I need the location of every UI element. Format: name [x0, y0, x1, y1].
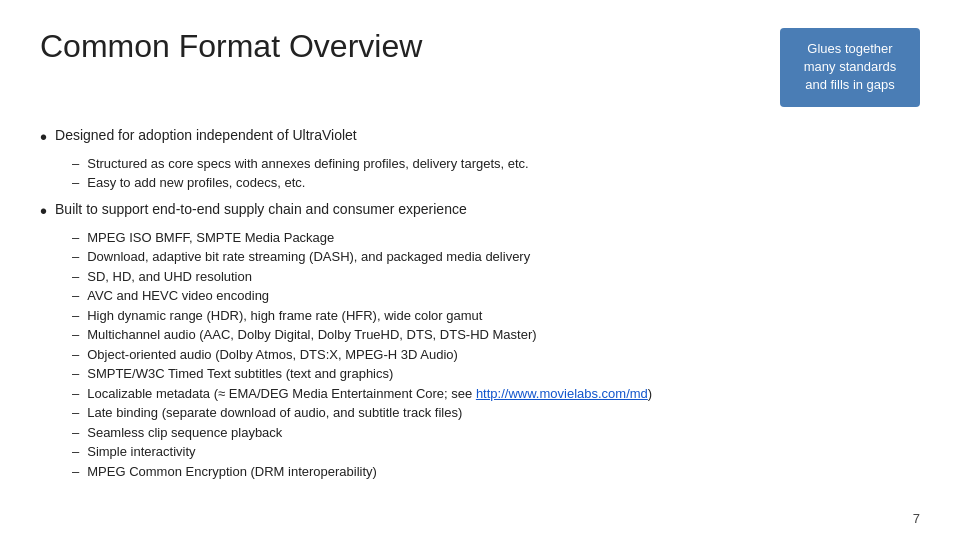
- dash-icon: –: [72, 423, 79, 443]
- dash-icon: –: [72, 306, 79, 326]
- list-item: – Seamless clip sequence playback: [72, 423, 920, 443]
- list-item: – MPEG ISO BMFF, SMPTE Media Package: [72, 228, 920, 248]
- list-item: – Localizable metadata (≈ EMA/DEG Media …: [72, 384, 920, 404]
- list-item: – Download, adaptive bit rate streaming …: [72, 247, 920, 267]
- bullet-2-dot: •: [40, 199, 47, 223]
- page-title: Common Format Overview: [40, 28, 422, 65]
- bullet-2-subs: – MPEG ISO BMFF, SMPTE Media Package – D…: [72, 228, 920, 482]
- dash-icon: –: [72, 403, 79, 423]
- dash-icon: –: [72, 173, 79, 193]
- dash-icon: –: [72, 228, 79, 248]
- list-item: – SD, HD, and UHD resolution: [72, 267, 920, 287]
- bullet-2-text: Built to support end-to-end supply chain…: [55, 199, 467, 221]
- dash-icon: –: [72, 247, 79, 267]
- list-item: – Multichannel audio (AAC, Dolby Digital…: [72, 325, 920, 345]
- movielabs-link[interactable]: http://www.movielabs.com/md: [476, 386, 648, 401]
- dash-icon: –: [72, 364, 79, 384]
- dash-icon: –: [72, 267, 79, 287]
- dash-icon: –: [72, 345, 79, 365]
- localizable-meta-text: Localizable metadata (≈ EMA/DEG Media En…: [87, 384, 652, 404]
- bullet-1-main: • Designed for adoption independent of U…: [40, 125, 920, 149]
- dash-icon: –: [72, 462, 79, 482]
- list-item: – Simple interactivity: [72, 442, 920, 462]
- list-item: – Structured as core specs with annexes …: [72, 154, 920, 174]
- slide: Common Format Overview Glues together ma…: [0, 0, 960, 540]
- bullet-1-dot: •: [40, 125, 47, 149]
- bullet-1-text: Designed for adoption independent of Ult…: [55, 125, 357, 147]
- list-item: – MPEG Common Encryption (DRM interopera…: [72, 462, 920, 482]
- list-item: – SMPTE/W3C Timed Text subtitles (text a…: [72, 364, 920, 384]
- list-item: – AVC and HEVC video encoding: [72, 286, 920, 306]
- page-number: 7: [913, 511, 920, 526]
- dash-icon: –: [72, 286, 79, 306]
- content-area: • Designed for adoption independent of U…: [40, 125, 920, 482]
- bullet-2-main: • Built to support end-to-end supply cha…: [40, 199, 920, 223]
- list-item: – Easy to add new profiles, codecs, etc.: [72, 173, 920, 193]
- list-item: – Object-oriented audio (Dolby Atmos, DT…: [72, 345, 920, 365]
- bullet-1-subs: – Structured as core specs with annexes …: [72, 154, 920, 193]
- callout-box: Glues together many standards and fills …: [780, 28, 920, 107]
- header-row: Common Format Overview Glues together ma…: [40, 28, 920, 107]
- list-item: – High dynamic range (HDR), high frame r…: [72, 306, 920, 326]
- dash-icon: –: [72, 154, 79, 174]
- dash-icon: –: [72, 442, 79, 462]
- dash-icon: –: [72, 384, 79, 404]
- dash-icon: –: [72, 325, 79, 345]
- callout-text: Glues together many standards and fills …: [804, 41, 897, 92]
- list-item: – Late binding (separate download of aud…: [72, 403, 920, 423]
